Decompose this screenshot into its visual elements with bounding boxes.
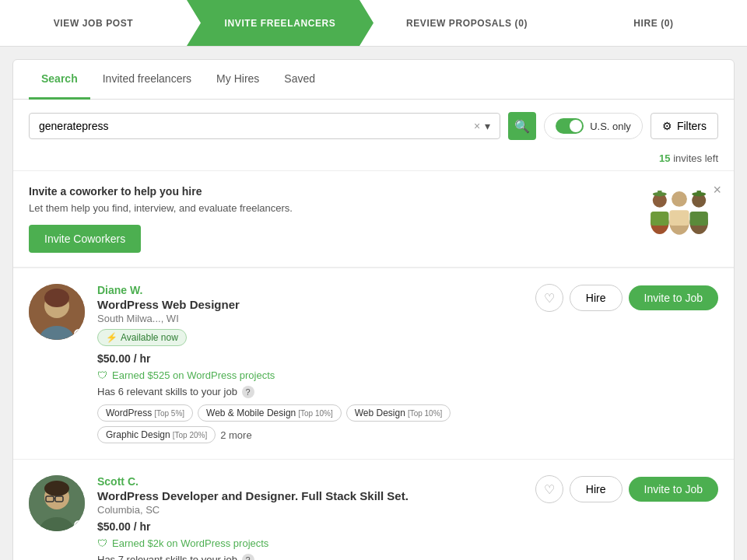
freelancer-location: South Milwa..., WI (97, 313, 523, 324)
card-actions-scott-c: ♡ Hire Invite to Job (535, 475, 718, 560)
avatar-diane-w (29, 284, 85, 340)
tab-search[interactable]: Search (29, 60, 90, 100)
main-content: Search Invited freelancers My Hires Save… (0, 47, 747, 560)
us-only-label: U.S. only (590, 121, 631, 132)
close-icon[interactable]: × (713, 182, 721, 198)
svg-rect-5 (669, 210, 689, 226)
skills-text: Has 7 relevant skills to your job ? (97, 554, 523, 560)
dropdown-icon[interactable]: ▾ (485, 120, 490, 132)
invite-coworkers-button[interactable]: Invite Coworkers (29, 225, 141, 253)
search-box: × ▾ (29, 113, 500, 139)
step-review-proposals[interactable]: Review Proposals (0) (374, 0, 560, 46)
banner-title: Invite a coworker to help you hire (29, 185, 625, 198)
us-only-toggle-area: U.S. only (544, 113, 643, 139)
tab-my-hires[interactable]: My Hires (204, 60, 272, 100)
help-icon[interactable]: ? (242, 386, 254, 398)
search-icon: 🔍 (514, 119, 530, 134)
svg-point-15 (44, 289, 69, 307)
clear-icon[interactable]: × (474, 120, 480, 132)
svg-rect-10 (658, 191, 661, 196)
tab-saved[interactable]: Saved (272, 60, 328, 100)
step-invite-freelancers[interactable]: Invite Freelancers (187, 0, 374, 46)
skill-tag[interactable]: Web Design [Top 10%] (346, 404, 451, 422)
available-badge: ⚡ Available now (97, 329, 187, 346)
freelancer-name[interactable]: Scott C. (97, 475, 523, 488)
freelancer-info-scott-c: Scott C. WordPress Developer and Designe… (97, 475, 523, 560)
skills-tags: WordPress [Top 5%]Web & Mobile Design [T… (97, 404, 523, 443)
banner-illustration (640, 185, 718, 240)
freelancer-earned[interactable]: 🛡 Earned $525 on WordPress projects (97, 369, 523, 381)
tab-invited-freelancers[interactable]: Invited freelancers (90, 60, 204, 100)
freelancer-list: Diane W. WordPress Web Designer South Mi… (13, 268, 734, 560)
freelancer-location: Columbia, SC (97, 504, 523, 516)
freelancer-title: WordPress Web Designer (97, 298, 523, 311)
skill-rank: [Top 10%] (298, 409, 332, 418)
step-hire[interactable]: Hire (0) (560, 0, 747, 46)
freelancer-card-scott-c: Scott C. WordPress Developer and Designe… (13, 459, 734, 560)
svg-rect-8 (690, 212, 708, 226)
action-buttons: ♡ Hire Invite to Job (535, 284, 718, 312)
svg-rect-12 (697, 191, 701, 196)
more-skills[interactable]: 2 more (220, 429, 251, 441)
coworker-banner: Invite a coworker to help you hire Let t… (13, 170, 734, 268)
hire-button[interactable]: Hire (570, 285, 622, 311)
skill-rank: [Top 10%] (408, 409, 442, 418)
lightning-icon: ⚡ (106, 332, 117, 343)
skill-tag[interactable]: WordPress [Top 5%] (97, 404, 193, 422)
search-button[interactable]: 🔍 (508, 112, 536, 140)
banner-description: Let them help you find, interview, and e… (29, 202, 625, 214)
svg-point-19 (44, 481, 69, 496)
banner-content: Invite a coworker to help you hire Let t… (29, 185, 625, 253)
skill-rank: [Top 20%] (173, 431, 207, 439)
skill-tag[interactable]: Web & Mobile Design [Top 10%] (198, 404, 342, 422)
svg-point-3 (672, 191, 687, 207)
invite-to-job-button[interactable]: Invite to Job (629, 477, 719, 502)
save-button[interactable]: ♡ (535, 284, 563, 312)
save-button[interactable]: ♡ (535, 475, 563, 503)
action-buttons: ♡ Hire Invite to Job (535, 475, 718, 503)
hire-button[interactable]: Hire (570, 476, 622, 502)
freelancer-earned[interactable]: 🛡 Earned $2k on WordPress projects (97, 537, 523, 549)
us-only-toggle[interactable] (556, 118, 584, 134)
freelancer-card-diane-w: Diane W. WordPress Web Designer South Mi… (13, 268, 734, 459)
freelancer-title: WordPress Developer and Designer. Full S… (97, 489, 523, 502)
main-card: Search Invited freelancers My Hires Save… (12, 59, 735, 560)
card-actions-diane-w: ♡ Hire Invite to Job (535, 284, 718, 443)
invite-to-job-button[interactable]: Invite to Job (629, 285, 719, 310)
skill-tag[interactable]: Graphic Design [Top 20%] (97, 426, 216, 443)
shield-icon: 🛡 (97, 537, 107, 549)
svg-rect-2 (651, 212, 668, 226)
freelancer-rate: $50.00 / hr (97, 352, 523, 365)
online-dot (74, 329, 83, 338)
tab-bar: Search Invited freelancers My Hires Save… (13, 60, 734, 100)
shield-icon: 🛡 (97, 369, 107, 381)
invites-left: 15 invites left (13, 152, 734, 170)
step-view-job-post[interactable]: View Job Post (0, 0, 187, 46)
freelancer-name[interactable]: Diane W. (97, 284, 523, 296)
progress-bar: View Job Post Invite Freelancers Review … (0, 0, 747, 47)
freelancer-rate: $50.00 / hr (97, 520, 523, 533)
help-icon[interactable]: ? (242, 554, 254, 560)
skills-text: Has 6 relevant skills to your job ? (97, 386, 523, 398)
search-area: × ▾ 🔍 U.S. only ⚙ Filters (13, 100, 734, 152)
filter-icon: ⚙ (662, 120, 672, 132)
avatar-scott-c (29, 475, 85, 531)
filters-button[interactable]: ⚙ Filters (651, 113, 718, 139)
online-dot (74, 520, 83, 530)
search-input[interactable] (39, 120, 469, 132)
skill-rank: [Top 5%] (154, 409, 184, 418)
freelancer-info-diane-w: Diane W. WordPress Web Designer South Mi… (97, 284, 523, 443)
